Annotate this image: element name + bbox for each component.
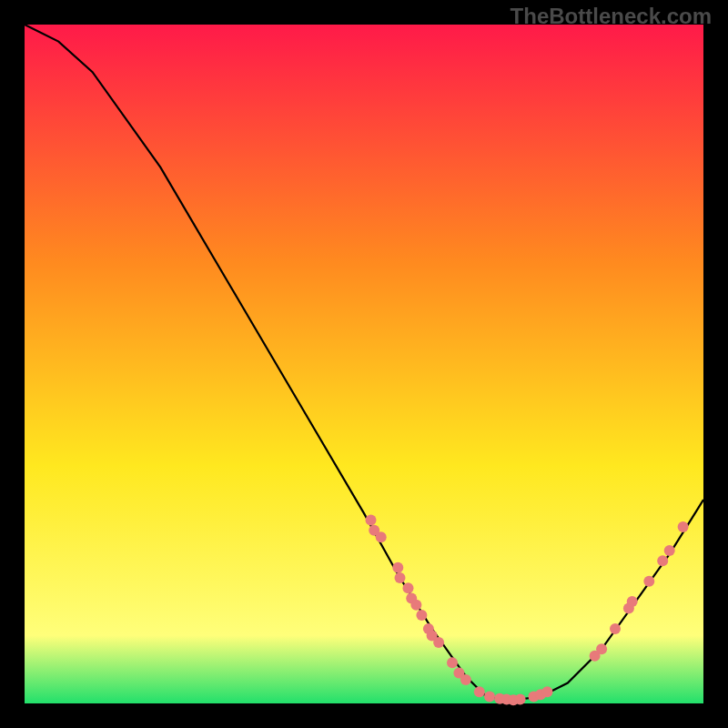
data-point xyxy=(395,572,406,583)
data-point xyxy=(474,686,485,697)
data-point xyxy=(416,610,427,621)
data-point xyxy=(610,623,621,634)
chart-svg xyxy=(0,0,728,728)
data-point xyxy=(596,643,607,654)
data-point xyxy=(460,674,471,685)
data-point xyxy=(410,600,421,611)
data-point xyxy=(678,521,689,532)
plot-background xyxy=(25,25,703,703)
data-point xyxy=(447,657,458,668)
data-point xyxy=(627,596,638,607)
data-point xyxy=(403,582,414,593)
data-point xyxy=(541,686,552,697)
chart-container: { "watermark": "TheBottleneck.com", "cha… xyxy=(0,0,728,728)
data-point xyxy=(484,692,495,703)
watermark-text: TheBottleneck.com xyxy=(511,4,712,29)
data-point xyxy=(376,531,387,542)
data-point xyxy=(392,562,403,573)
data-point xyxy=(433,637,444,648)
data-point xyxy=(664,545,675,556)
data-point xyxy=(643,576,654,587)
data-point xyxy=(366,515,377,526)
data-point xyxy=(657,555,668,566)
data-point xyxy=(515,694,526,705)
